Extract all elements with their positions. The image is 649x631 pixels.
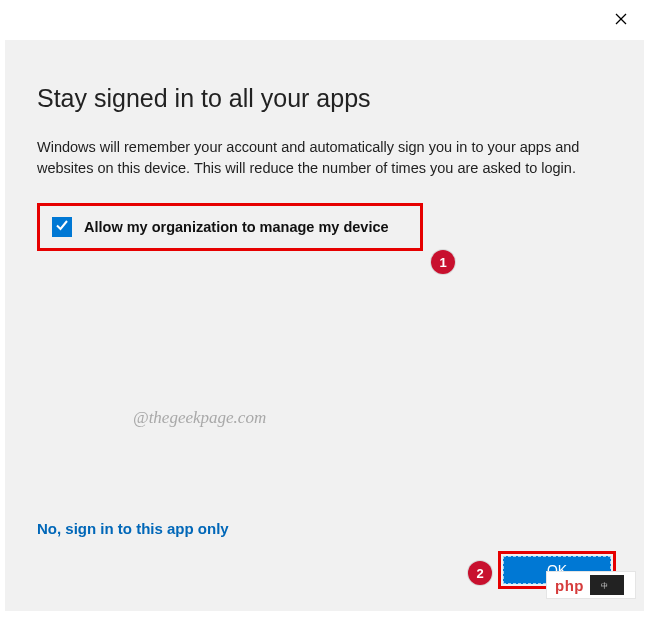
dialog-description: Windows will remember your account and a… <box>37 137 597 179</box>
annotation-badge-1: 1 <box>431 250 455 274</box>
close-icon <box>615 11 627 29</box>
close-button[interactable] <box>611 10 631 30</box>
overlay-tag: php 中 <box>546 571 636 599</box>
watermark-text: @thegeekpage.com <box>133 408 266 428</box>
annotation-badge-2: 2 <box>468 561 492 585</box>
annotation-frame-1: Allow my organization to manage my devic… <box>37 203 423 251</box>
allow-manage-label: Allow my organization to manage my devic… <box>84 219 389 235</box>
content-panel: Stay signed in to all your apps Windows … <box>5 40 644 611</box>
checkmark-icon <box>55 218 69 236</box>
allow-manage-checkbox[interactable] <box>52 217 72 237</box>
dialog-title: Stay signed in to all your apps <box>37 84 612 113</box>
sign-in-app-only-link[interactable]: No, sign in to this app only <box>37 520 229 537</box>
dialog-window: Stay signed in to all your apps Windows … <box>0 0 649 631</box>
overlay-tag-text: php <box>547 577 584 594</box>
svg-text:中: 中 <box>601 582 608 589</box>
overlay-cn-icon: 中 <box>590 575 624 595</box>
